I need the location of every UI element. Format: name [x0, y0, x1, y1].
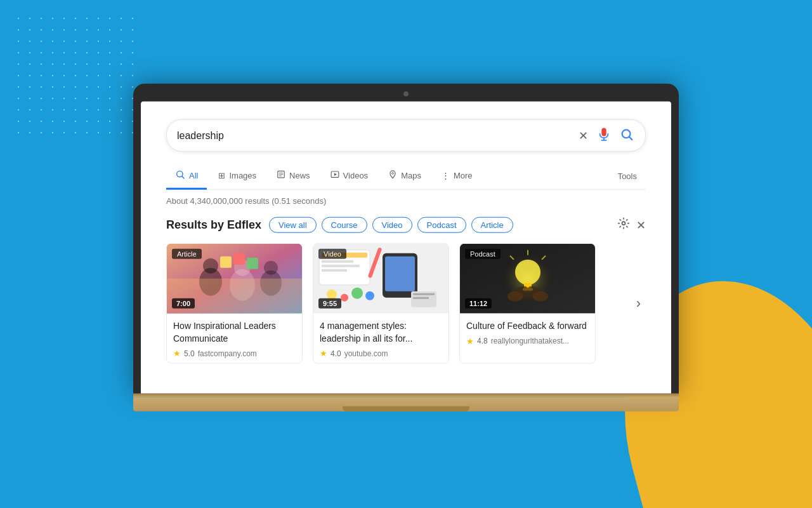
card2-star: ★ [320, 349, 327, 358]
laptop-base [133, 398, 679, 411]
edflex-section: Results by Edflex View all Course Video … [166, 217, 646, 364]
card3-rating: 4.8 [477, 337, 488, 345]
card3-star: ★ [466, 336, 474, 345]
card2-meta: ★ 4.0 youtube.com [320, 349, 442, 358]
close-icon: ✕ [636, 218, 646, 232]
mic-icon [597, 128, 611, 144]
gear-icon [617, 217, 630, 233]
svg-rect-20 [322, 260, 353, 263]
svg-rect-21 [322, 265, 360, 267]
next-arrow-button[interactable]: › [631, 290, 646, 317]
search-submit-icon [620, 128, 634, 144]
card1-source: fastcompany.com [198, 349, 257, 358]
filter-article[interactable]: Article [471, 217, 513, 233]
search-submit-button[interactable] [619, 126, 635, 145]
card1-info: How Inspirational Leaders Communicate ★ … [167, 314, 302, 363]
tab-images[interactable]: ⊞ Images [209, 164, 265, 189]
svg-marker-4 [334, 173, 336, 176]
edflex-header: Results by Edflex View all Course Video … [166, 217, 646, 233]
card2-title: 4 management styles: leadership in all i… [320, 320, 442, 345]
laptop-mockup: leadership ✕ [133, 84, 679, 411]
cards-list: Article 7:00 How Inspirational Leaders C… [166, 243, 631, 364]
card2-rating: 4.0 [331, 349, 341, 358]
svg-point-6 [622, 222, 625, 225]
tab-more-label: More [454, 171, 473, 180]
card3-info: Culture of Feedback & forward ★ 4.8 real… [460, 314, 595, 351]
edflex-controls: ✕ [617, 217, 646, 233]
card2-badge: Video [318, 249, 346, 259]
dot-pattern-decoration [13, 13, 140, 140]
card-video[interactable]: Video 9:55 4 management styles: leadersh… [313, 243, 449, 364]
svg-rect-15 [233, 253, 245, 265]
card1-rating: 5.0 [184, 349, 195, 358]
laptop-bezel: leadership ✕ [133, 84, 679, 394]
svg-point-5 [392, 172, 394, 174]
svg-point-35 [515, 260, 540, 285]
clear-button[interactable]: ✕ [577, 127, 589, 144]
card3-source: reallylongurlthatakest... [491, 337, 569, 345]
card1-duration: 7:00 [172, 298, 195, 309]
card-podcast[interactable]: Podcast 11:12 Culture of Feedback & forw… [459, 243, 596, 364]
card1-star: ★ [173, 349, 181, 358]
card-article[interactable]: Article 7:00 How Inspirational Leaders C… [166, 243, 303, 364]
svg-rect-14 [220, 257, 232, 268]
svg-point-27 [341, 294, 348, 302]
card-thumb-podcast: Podcast 11:12 [460, 244, 595, 314]
clear-icon: ✕ [579, 128, 588, 142]
svg-point-29 [365, 291, 374, 300]
results-count: About 4,340,000,000 results (0.51 second… [166, 196, 646, 206]
laptop-screen: leadership ✕ [141, 102, 671, 394]
card-thumb-article: Article 7:00 [167, 244, 302, 314]
tab-news[interactable]: News [268, 164, 319, 189]
svg-rect-32 [413, 297, 429, 299]
edflex-actions: View all Course Video Podcast Article [269, 217, 610, 233]
card3-meta: ★ 4.8 reallylongurlthatakest... [466, 336, 589, 345]
svg-point-13 [264, 261, 278, 275]
videos-icon [331, 170, 339, 181]
search-bar[interactable]: leadership ✕ [166, 119, 646, 152]
search-input[interactable]: leadership [177, 130, 577, 141]
edflex-title: Results by Edflex [166, 218, 261, 232]
more-icon: ⋮ [442, 171, 450, 180]
tab-more[interactable]: ⋮ More [433, 164, 481, 189]
card2-source: youtube.com [344, 349, 388, 358]
images-icon: ⊞ [218, 171, 225, 180]
tab-videos[interactable]: Videos [322, 164, 377, 189]
filter-podcast[interactable]: Podcast [417, 217, 466, 233]
tab-maps[interactable]: Maps [379, 164, 430, 189]
mic-button[interactable] [596, 126, 612, 145]
svg-rect-24 [385, 257, 415, 291]
next-arrow-icon: › [636, 295, 641, 312]
card1-title: How Inspirational Leaders Communicate [173, 320, 296, 345]
tab-news-label: News [289, 171, 310, 180]
maps-icon [388, 170, 397, 181]
tab-all-label: All [189, 171, 198, 180]
tab-images-label: Images [229, 171, 256, 180]
card3-title: Culture of Feedback & forward [466, 320, 589, 333]
tab-videos-label: Videos [343, 171, 369, 180]
card1-meta: ★ 5.0 fastcompany.com [173, 349, 296, 358]
tab-all[interactable]: All [166, 163, 207, 190]
svg-point-9 [203, 258, 218, 274]
tab-maps-label: Maps [401, 171, 421, 180]
svg-point-28 [351, 288, 363, 299]
browser-content: leadership ✕ [141, 102, 671, 394]
card1-badge: Article [172, 249, 202, 259]
settings-button[interactable] [617, 217, 630, 233]
card2-info: 4 management styles: leadership in all i… [313, 314, 449, 363]
view-all-button[interactable]: View all [269, 217, 317, 233]
svg-point-41 [508, 291, 523, 302]
close-button[interactable]: ✕ [636, 218, 646, 232]
card3-duration: 11:12 [465, 298, 492, 309]
search-icons: ✕ [577, 126, 635, 145]
all-icon [175, 170, 185, 182]
filter-course[interactable]: Course [322, 217, 367, 233]
tools-button[interactable]: Tools [609, 165, 646, 187]
svg-point-42 [533, 291, 548, 302]
news-icon [277, 170, 285, 181]
card3-badge: Podcast [465, 249, 501, 259]
laptop-camera [403, 91, 409, 97]
filter-video[interactable]: Video [372, 217, 412, 233]
svg-rect-22 [322, 269, 347, 272]
card-thumb-video: Video 9:55 [313, 244, 449, 314]
